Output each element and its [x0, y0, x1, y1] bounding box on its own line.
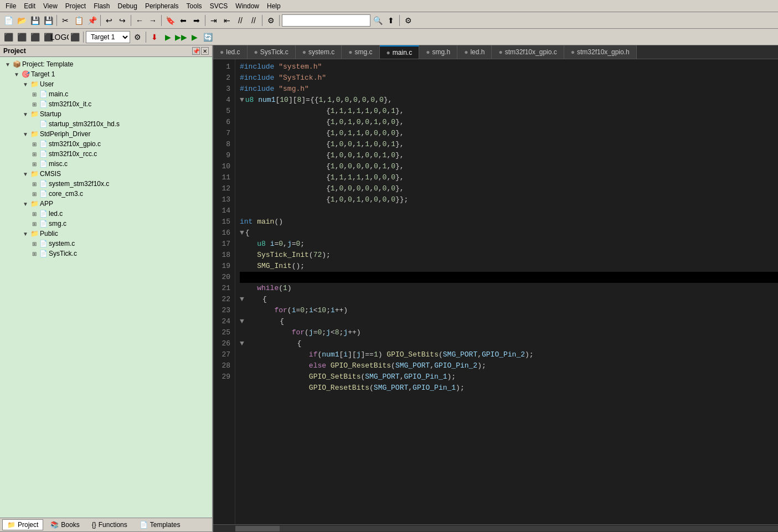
flash4-btn[interactable]: 🔄: [202, 31, 214, 43]
tree-item-rcc[interactable]: ⊞ 📄 stm32f10x_rcc.c: [1, 149, 211, 159]
flash-btn[interactable]: ▶: [162, 31, 174, 43]
cut-btn[interactable]: ✂: [59, 14, 71, 27]
horizontal-scrollbar[interactable]: [213, 524, 778, 532]
menu-debug[interactable]: Debug: [115, 1, 141, 11]
outdent-btn[interactable]: ⇤: [221, 14, 233, 27]
tree-item-public[interactable]: ▼ 📁 Public: [1, 229, 211, 239]
redo-btn[interactable]: ↪: [116, 14, 128, 27]
menu-tools[interactable]: Tools: [183, 1, 205, 11]
expand-startup-file: [30, 120, 39, 128]
indent-btn[interactable]: ⇥: [208, 14, 220, 27]
tree-item-user[interactable]: ▼ 📁 User: [1, 79, 211, 89]
tab-systick-c[interactable]: ● SysTick.c: [248, 45, 296, 59]
paste-btn[interactable]: 📌: [86, 14, 98, 27]
tree-item-root[interactable]: ▼ 📦 Project: Template: [1, 59, 211, 69]
folder-startup-icon: 📁: [30, 110, 39, 118]
tree-item-main-c[interactable]: ⊞ 📄 main.c: [1, 89, 211, 99]
tree-item-app[interactable]: ▼ 📁 APP: [1, 199, 211, 209]
tab-icon-stm32gpio-h: ●: [571, 48, 575, 56]
search-incr-btn[interactable]: ⬆: [385, 14, 397, 27]
expand-target1: ▼: [12, 70, 21, 79]
tab-led-h[interactable]: ● led.h: [457, 45, 492, 59]
panel-pin-btn[interactable]: 📌: [192, 47, 200, 55]
tab-stm32gpio-c[interactable]: ● stm32f10x_gpio.c: [492, 45, 564, 59]
target-icon: 🎯: [21, 70, 30, 79]
tab-main-c[interactable]: ● main.c: [380, 45, 420, 59]
nav-back-btn[interactable]: ←: [133, 14, 146, 27]
tab-icon-smg-h: ●: [426, 48, 430, 56]
tab-books-icon: 📚: [50, 521, 59, 529]
comment-btn[interactable]: //: [234, 14, 246, 27]
tree-label-core-cm3: core_cm3.c: [49, 190, 83, 198]
tb2-btn5[interactable]: LOGO: [55, 31, 68, 43]
tab-led-c[interactable]: ● led.c: [213, 45, 248, 59]
search-input[interactable]: [282, 14, 370, 27]
menu-edit[interactable]: Edit: [20, 1, 39, 11]
tb2-btn6[interactable]: ⬛: [69, 31, 81, 43]
tab-smg-h[interactable]: ● smg.h: [419, 45, 457, 59]
tree-label-stdperiph: StdPeriph_Driver: [40, 130, 90, 138]
undo-btn[interactable]: ↩: [103, 14, 115, 27]
tree-item-misc[interactable]: ⊞ 📄 misc.c: [1, 159, 211, 169]
menu-peripherals[interactable]: Peripherals: [142, 1, 182, 11]
tree-item-systick-c[interactable]: ⊞ 📄 SysTick.c: [1, 249, 211, 259]
search-find-btn[interactable]: 🔍: [372, 14, 384, 27]
tab-functions[interactable]: {} Functions: [87, 519, 132, 530]
tree-item-cmsis[interactable]: ▼ 📁 CMSIS: [1, 169, 211, 179]
open-btn[interactable]: 📂: [16, 14, 28, 27]
code-container[interactable]: 1234567891011121314151617181920212223242…: [213, 59, 778, 524]
menu-file[interactable]: File: [2, 1, 19, 11]
copy-btn[interactable]: 📋: [73, 14, 85, 27]
code-content[interactable]: #include "system.h" #include "SysTick.h"…: [235, 59, 778, 524]
expand-smg-c: ⊞: [30, 219, 39, 228]
flash2-btn[interactable]: ▶▶: [175, 31, 187, 43]
tree-item-system-stm32[interactable]: ⊞ 📄 system_stm32f10x.c: [1, 179, 211, 189]
save-btn[interactable]: 💾: [29, 14, 41, 27]
menu-svcs[interactable]: SVCS: [207, 1, 231, 11]
save-all-btn[interactable]: 💾: [42, 14, 54, 27]
menu-help[interactable]: Help: [264, 1, 284, 11]
sep6: [262, 15, 262, 26]
nav-fwd-btn[interactable]: →: [147, 14, 159, 27]
tree-item-startup[interactable]: ▼ 📁 Startup: [1, 109, 211, 119]
uncomment-btn[interactable]: //: [248, 14, 260, 27]
menu-view[interactable]: View: [40, 1, 61, 11]
build-btn[interactable]: ⚙: [265, 14, 277, 27]
tb2-btn1[interactable]: ⬛: [2, 31, 14, 43]
tree-label-target1: Target 1: [31, 70, 55, 78]
tree-item-stm32-it[interactable]: ⊞ 📄 stm32f10x_it.c: [1, 99, 211, 109]
menu-project[interactable]: Project: [62, 1, 89, 11]
tree-item-target1[interactable]: ▼ 🎯 Target 1: [1, 69, 211, 79]
tab-project[interactable]: 📁 Project: [2, 519, 43, 530]
tree-item-core-cm3[interactable]: ⊞ 📄 core_cm3.c: [1, 189, 211, 199]
tab-templates[interactable]: 📄 Templates: [135, 519, 186, 530]
tab-stm32gpio-h[interactable]: ● stm32f10x_gpio.h: [564, 45, 637, 59]
tree-item-smg-c[interactable]: ⊞ 📄 smg.c: [1, 219, 211, 229]
tree-label-app: APP: [40, 200, 53, 208]
toolbar2: ⬛ ⬛ ⬛ ⬛ LOGO ⬛ Target 1 ⚙ ⬇ ▶ ▶▶ ▶ 🔄: [0, 29, 778, 45]
flash3-btn[interactable]: ▶: [188, 31, 200, 43]
tab-smg-c[interactable]: ● smg.c: [342, 45, 379, 59]
main-area: Project 📌 ✕ ▼ 📦 Project: Template ▼ 🎯 Ta…: [0, 45, 778, 532]
new-file-btn[interactable]: 📄: [2, 14, 14, 27]
settings-btn[interactable]: ⚙: [402, 14, 414, 27]
tree-item-system-c[interactable]: ⊞ 📄 system.c: [1, 239, 211, 249]
bookmark-btn[interactable]: 🔖: [164, 14, 176, 27]
tree-label-smg-c: smg.c: [49, 220, 66, 228]
tab-books[interactable]: 📚 Books: [45, 519, 84, 530]
tree-item-gpio[interactable]: ⊞ 📄 stm32f10x_gpio.c: [1, 139, 211, 149]
download-btn[interactable]: ⬇: [148, 31, 161, 43]
tb2-btn2[interactable]: ⬛: [16, 31, 28, 43]
menu-window[interactable]: Window: [232, 1, 262, 11]
tab-system-c[interactable]: ● system.c: [296, 45, 342, 59]
tree-item-led-c[interactable]: ⊞ 📄 led.c: [1, 209, 211, 219]
target-select[interactable]: Target 1: [86, 31, 130, 43]
tree-item-stdperiph[interactable]: ▼ 📁 StdPeriph_Driver: [1, 129, 211, 139]
tb2-btn3[interactable]: ⬛: [29, 31, 41, 43]
bookmark-prev-btn[interactable]: ⬅: [177, 14, 189, 27]
target-settings-btn[interactable]: ⚙: [131, 31, 143, 43]
tree-item-startup-file[interactable]: 📄 startup_stm32f10x_hd.s: [1, 119, 211, 129]
panel-close-btn[interactable]: ✕: [201, 47, 209, 55]
bookmark-next-btn[interactable]: ➡: [190, 14, 203, 27]
menu-flash[interactable]: Flash: [90, 1, 113, 11]
